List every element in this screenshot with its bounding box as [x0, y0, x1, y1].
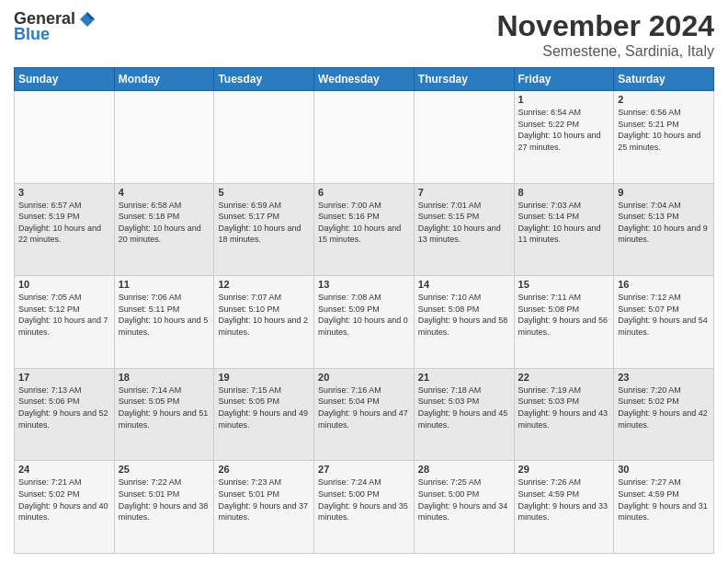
day-info: Sunrise: 7:21 AM Sunset: 5:02 PM Dayligh… [18, 477, 110, 523]
day-number: 2 [618, 94, 710, 105]
day-header-sunday: Sunday [15, 68, 115, 91]
calendar-cell: 9Sunrise: 7:04 AM Sunset: 5:13 PM Daylig… [614, 183, 714, 276]
calendar-cell [414, 91, 514, 184]
calendar-cell: 2Sunrise: 6:56 AM Sunset: 5:21 PM Daylig… [614, 91, 714, 184]
day-number: 4 [119, 187, 210, 198]
page: General Blue November 2024 Semestene, Sa… [0, 0, 728, 563]
day-number: 10 [18, 279, 110, 290]
calendar-week-2: 3Sunrise: 6:57 AM Sunset: 5:19 PM Daylig… [15, 183, 714, 276]
day-number: 12 [218, 279, 310, 290]
calendar-cell: 18Sunrise: 7:14 AM Sunset: 5:05 PM Dayli… [114, 368, 214, 461]
day-number: 30 [618, 464, 710, 475]
calendar-cell: 12Sunrise: 7:07 AM Sunset: 5:10 PM Dayli… [214, 276, 314, 369]
day-info: Sunrise: 7:04 AM Sunset: 5:13 PM Dayligh… [618, 200, 710, 246]
day-number: 22 [518, 372, 610, 383]
calendar-week-3: 10Sunrise: 7:05 AM Sunset: 5:12 PM Dayli… [15, 276, 714, 369]
logo: General Blue [14, 9, 97, 44]
calendar-cell: 25Sunrise: 7:22 AM Sunset: 5:01 PM Dayli… [114, 461, 214, 554]
day-info: Sunrise: 7:22 AM Sunset: 5:01 PM Dayligh… [119, 477, 210, 523]
calendar-cell: 3Sunrise: 6:57 AM Sunset: 5:19 PM Daylig… [15, 183, 115, 276]
day-info: Sunrise: 7:10 AM Sunset: 5:08 PM Dayligh… [418, 292, 510, 338]
day-info: Sunrise: 7:14 AM Sunset: 5:05 PM Dayligh… [119, 385, 210, 431]
day-info: Sunrise: 7:20 AM Sunset: 5:02 PM Dayligh… [618, 385, 710, 431]
header: General Blue November 2024 Semestene, Sa… [14, 9, 714, 60]
day-info: Sunrise: 7:27 AM Sunset: 4:59 PM Dayligh… [618, 477, 710, 523]
calendar-cell: 10Sunrise: 7:05 AM Sunset: 5:12 PM Dayli… [15, 276, 115, 369]
day-info: Sunrise: 6:57 AM Sunset: 5:19 PM Dayligh… [18, 200, 110, 246]
day-info: Sunrise: 6:59 AM Sunset: 5:17 PM Dayligh… [218, 200, 310, 246]
day-info: Sunrise: 7:18 AM Sunset: 5:03 PM Dayligh… [418, 385, 510, 431]
day-info: Sunrise: 6:58 AM Sunset: 5:18 PM Dayligh… [119, 200, 210, 246]
day-info: Sunrise: 7:12 AM Sunset: 5:07 PM Dayligh… [618, 292, 710, 338]
calendar-cell: 22Sunrise: 7:19 AM Sunset: 5:03 PM Dayli… [514, 368, 614, 461]
day-number: 18 [119, 372, 210, 383]
day-info: Sunrise: 7:03 AM Sunset: 5:14 PM Dayligh… [518, 200, 610, 246]
day-info: Sunrise: 7:01 AM Sunset: 5:15 PM Dayligh… [418, 200, 510, 246]
day-number: 8 [518, 187, 610, 198]
day-number: 29 [518, 464, 610, 475]
calendar-cell: 24Sunrise: 7:21 AM Sunset: 5:02 PM Dayli… [15, 461, 115, 554]
day-number: 15 [518, 279, 610, 290]
calendar-cell: 20Sunrise: 7:16 AM Sunset: 5:04 PM Dayli… [314, 368, 415, 461]
calendar-cell: 23Sunrise: 7:20 AM Sunset: 5:02 PM Dayli… [614, 368, 714, 461]
day-header-tuesday: Tuesday [214, 68, 314, 91]
day-number: 6 [318, 187, 410, 198]
calendar-week-5: 24Sunrise: 7:21 AM Sunset: 5:02 PM Dayli… [15, 461, 714, 554]
calendar-cell: 17Sunrise: 7:13 AM Sunset: 5:06 PM Dayli… [15, 368, 115, 461]
calendar-cell [114, 91, 214, 184]
calendar-header-row: SundayMondayTuesdayWednesdayThursdayFrid… [15, 68, 714, 91]
day-number: 11 [119, 279, 210, 290]
day-number: 26 [218, 464, 310, 475]
location: Semestene, Sardinia, Italy [496, 43, 714, 60]
calendar-cell: 21Sunrise: 7:18 AM Sunset: 5:03 PM Dayli… [414, 368, 514, 461]
calendar-cell: 15Sunrise: 7:11 AM Sunset: 5:08 PM Dayli… [514, 276, 614, 369]
day-number: 19 [218, 372, 310, 383]
day-info: Sunrise: 7:24 AM Sunset: 5:00 PM Dayligh… [318, 477, 410, 523]
calendar-cell: 30Sunrise: 7:27 AM Sunset: 4:59 PM Dayli… [614, 461, 714, 554]
day-number: 20 [318, 372, 410, 383]
calendar-cell: 4Sunrise: 6:58 AM Sunset: 5:18 PM Daylig… [114, 183, 214, 276]
day-info: Sunrise: 7:26 AM Sunset: 4:59 PM Dayligh… [518, 477, 610, 523]
day-info: Sunrise: 7:11 AM Sunset: 5:08 PM Dayligh… [518, 292, 610, 338]
calendar-cell: 16Sunrise: 7:12 AM Sunset: 5:07 PM Dayli… [614, 276, 714, 369]
calendar-cell [314, 91, 415, 184]
day-info: Sunrise: 7:23 AM Sunset: 5:01 PM Dayligh… [218, 477, 310, 523]
calendar-week-1: 1Sunrise: 6:54 AM Sunset: 5:22 PM Daylig… [15, 91, 714, 184]
day-number: 14 [418, 279, 510, 290]
day-header-wednesday: Wednesday [314, 68, 415, 91]
day-info: Sunrise: 7:06 AM Sunset: 5:11 PM Dayligh… [119, 292, 210, 338]
day-info: Sunrise: 7:16 AM Sunset: 5:04 PM Dayligh… [318, 385, 410, 431]
logo-blue: Blue [14, 25, 50, 44]
calendar-cell [214, 91, 314, 184]
day-number: 7 [418, 187, 510, 198]
calendar-cell: 14Sunrise: 7:10 AM Sunset: 5:08 PM Dayli… [414, 276, 514, 369]
day-number: 9 [618, 187, 710, 198]
logo-icon [78, 10, 97, 29]
calendar-cell: 8Sunrise: 7:03 AM Sunset: 5:14 PM Daylig… [514, 183, 614, 276]
calendar-cell: 1Sunrise: 6:54 AM Sunset: 5:22 PM Daylig… [514, 91, 614, 184]
day-header-thursday: Thursday [414, 68, 514, 91]
day-info: Sunrise: 7:07 AM Sunset: 5:10 PM Dayligh… [218, 292, 310, 338]
calendar-cell: 11Sunrise: 7:06 AM Sunset: 5:11 PM Dayli… [114, 276, 214, 369]
calendar-cell: 19Sunrise: 7:15 AM Sunset: 5:05 PM Dayli… [214, 368, 314, 461]
day-number: 27 [318, 464, 410, 475]
calendar-cell: 13Sunrise: 7:08 AM Sunset: 5:09 PM Dayli… [314, 276, 415, 369]
day-number: 16 [618, 279, 710, 290]
day-number: 21 [418, 372, 510, 383]
day-number: 23 [618, 372, 710, 383]
day-info: Sunrise: 7:13 AM Sunset: 5:06 PM Dayligh… [18, 385, 110, 431]
month-year: November 2024 [496, 9, 714, 43]
day-header-saturday: Saturday [614, 68, 714, 91]
calendar-cell [15, 91, 115, 184]
calendar-cell: 27Sunrise: 7:24 AM Sunset: 5:00 PM Dayli… [314, 461, 415, 554]
calendar-cell: 29Sunrise: 7:26 AM Sunset: 4:59 PM Dayli… [514, 461, 614, 554]
calendar-cell: 7Sunrise: 7:01 AM Sunset: 5:15 PM Daylig… [414, 183, 514, 276]
day-number: 17 [18, 372, 110, 383]
day-info: Sunrise: 7:25 AM Sunset: 5:00 PM Dayligh… [418, 477, 510, 523]
calendar-cell: 26Sunrise: 7:23 AM Sunset: 5:01 PM Dayli… [214, 461, 314, 554]
day-number: 13 [318, 279, 410, 290]
calendar-week-4: 17Sunrise: 7:13 AM Sunset: 5:06 PM Dayli… [15, 368, 714, 461]
calendar: SundayMondayTuesdayWednesdayThursdayFrid… [14, 67, 714, 554]
day-info: Sunrise: 7:05 AM Sunset: 5:12 PM Dayligh… [18, 292, 110, 338]
day-info: Sunrise: 7:19 AM Sunset: 5:03 PM Dayligh… [518, 385, 610, 431]
